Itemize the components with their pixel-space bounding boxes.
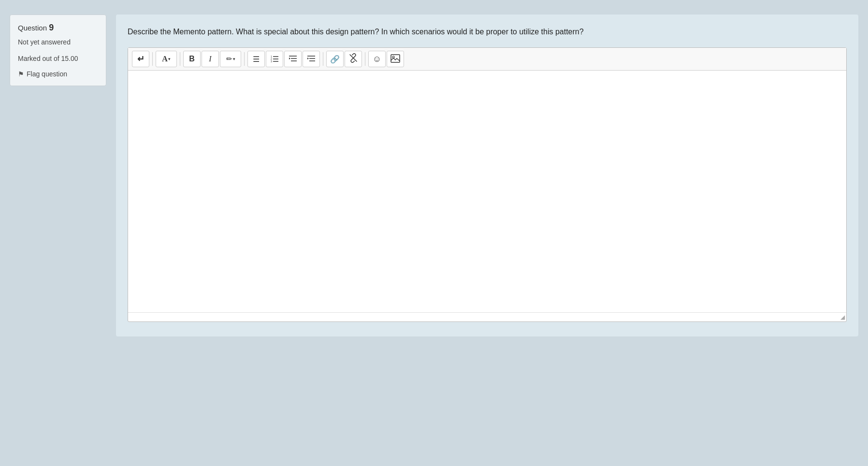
question-text: Describe the Memento pattern. What is sp… <box>128 26 847 38</box>
flag-icon: ⚑ <box>18 70 24 78</box>
question-label-text: Question <box>18 24 47 32</box>
resize-icon: ◢ <box>840 314 845 320</box>
unordered-list-button[interactable]: ☰ <box>247 51 265 67</box>
svg-text:3: 3 <box>271 60 272 63</box>
editor-resize-handle: ◢ <box>128 312 846 321</box>
sidebar: Question 9 Not yet answered Marked out o… <box>10 15 106 86</box>
svg-rect-16 <box>391 55 400 62</box>
indent-button[interactable] <box>303 51 320 67</box>
outdent-icon <box>289 54 297 64</box>
separator-3 <box>244 52 245 66</box>
insert-link-button[interactable]: 🔗 <box>326 51 344 67</box>
editor-toolbar: ↵ A ▾ B I ✏ <box>128 48 846 71</box>
svg-marker-9 <box>289 58 290 59</box>
separator-1 <box>152 52 153 66</box>
not-answered-status: Not yet answered <box>18 38 98 47</box>
separator-4 <box>323 52 323 66</box>
outdent-button[interactable] <box>284 51 302 67</box>
color-dropdown-arrow: ▾ <box>233 57 235 61</box>
flag-question-label: Flag question <box>27 70 67 78</box>
ordered-list-button[interactable]: 1 2 3 <box>266 51 283 67</box>
question-label: Question 9 <box>18 23 98 33</box>
ordered-list-icon: 1 2 3 <box>270 54 279 64</box>
link-buttons-group: 🔗 <box>326 51 362 67</box>
editor-container: ↵ A ▾ B I ✏ <box>128 47 847 322</box>
emoji-icon: ☺ <box>373 54 381 64</box>
font-button[interactable]: A ▾ <box>156 51 177 67</box>
marked-out-label: Marked out of 15.00 <box>18 54 98 64</box>
separator-2 <box>180 52 180 66</box>
font-label: A <box>162 55 168 63</box>
undo-icon: ↵ <box>137 54 145 64</box>
italic-button[interactable]: I <box>202 51 219 67</box>
bold-icon: B <box>189 55 195 63</box>
unordered-list-icon: ☰ <box>253 55 260 64</box>
pen-icon: ✏ <box>226 55 232 63</box>
remove-link-button[interactable] <box>345 51 362 67</box>
font-dropdown-arrow: ▾ <box>168 57 171 61</box>
unlink-icon <box>348 53 358 65</box>
undo-button[interactable]: ↵ <box>132 51 149 67</box>
flag-question-button[interactable]: ⚑ Flag question <box>18 70 98 78</box>
insert-image-button[interactable] <box>387 51 404 67</box>
svg-marker-13 <box>307 58 309 59</box>
separator-5 <box>365 52 365 66</box>
answer-editor[interactable] <box>128 71 846 312</box>
emoji-button[interactable]: ☺ <box>368 51 386 67</box>
list-buttons-group: ☰ 1 2 3 <box>247 51 320 67</box>
link-icon: 🔗 <box>330 55 340 64</box>
italic-icon: I <box>209 55 211 63</box>
question-number: 9 <box>49 23 54 32</box>
bold-button[interactable]: B <box>183 51 201 67</box>
page-container: Question 9 Not yet answered Marked out o… <box>0 10 868 341</box>
text-color-button[interactable]: ✏ ▾ <box>220 51 241 67</box>
indent-icon <box>307 54 316 64</box>
main-content: Describe the Memento pattern. What is sp… <box>116 15 858 336</box>
image-icon <box>391 54 400 64</box>
